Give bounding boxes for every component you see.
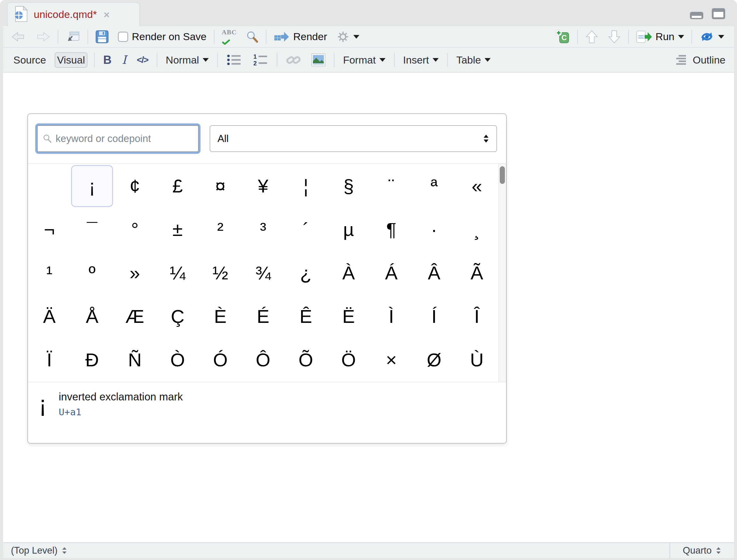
char-cell[interactable]: ¨ bbox=[370, 165, 412, 207]
back-button[interactable] bbox=[9, 29, 28, 44]
char-cell[interactable]: Á bbox=[370, 252, 412, 294]
char-cell[interactable]: ¡ bbox=[71, 165, 113, 207]
char-cell[interactable]: È bbox=[199, 296, 241, 337]
char-cell[interactable]: ¹ bbox=[28, 252, 70, 294]
char-cell[interactable]: ¥ bbox=[242, 165, 284, 207]
search-input[interactable] bbox=[56, 133, 193, 144]
char-cell[interactable]: ´ bbox=[285, 209, 327, 251]
image-button[interactable] bbox=[310, 52, 327, 67]
char-cell[interactable]: ² bbox=[199, 209, 241, 251]
outline-toggle[interactable]: Outline bbox=[676, 54, 725, 66]
char-cell[interactable]: Ï bbox=[28, 339, 70, 381]
char-cell[interactable]: ª bbox=[413, 165, 455, 207]
character-preview: ¡ inverted exclamation mark U+a1 bbox=[28, 382, 506, 443]
char-cell[interactable]: Ó bbox=[199, 339, 241, 381]
char-cell[interactable]: » bbox=[114, 252, 156, 294]
char-cell[interactable]: º bbox=[71, 252, 113, 294]
char-cell[interactable]: ¢ bbox=[114, 165, 156, 207]
run-button[interactable]: Run bbox=[634, 29, 686, 44]
char-cell[interactable]: Ø bbox=[413, 339, 455, 381]
language-mode-selector[interactable]: Quarto bbox=[670, 543, 734, 558]
char-cell[interactable]: ¸ bbox=[456, 209, 498, 251]
chevron-down-icon bbox=[353, 35, 360, 42]
go-previous-chunk-button[interactable] bbox=[583, 28, 600, 45]
chevron-down-icon bbox=[718, 35, 724, 42]
char-cell[interactable]: ° bbox=[114, 209, 156, 251]
char-cell[interactable] bbox=[28, 165, 70, 207]
unicode-search-box[interactable] bbox=[37, 125, 199, 152]
minimize-pane-icon[interactable] bbox=[690, 12, 704, 21]
char-cell[interactable]: ¤ bbox=[199, 165, 241, 207]
char-cell[interactable]: Ñ bbox=[114, 339, 156, 381]
numbered-list-button[interactable]: 1 2 bbox=[251, 52, 270, 67]
italic-button[interactable]: I bbox=[120, 52, 128, 68]
char-cell[interactable]: Æ bbox=[114, 296, 156, 337]
paragraph-style-dropdown[interactable]: Normal bbox=[164, 53, 211, 67]
char-cell[interactable]: Ã bbox=[456, 252, 498, 294]
category-select[interactable]: All bbox=[210, 125, 497, 152]
char-cell[interactable]: Ò bbox=[157, 339, 199, 381]
char-cell[interactable]: ¯ bbox=[71, 209, 113, 251]
code-button[interactable]: </> bbox=[135, 54, 150, 66]
svg-text:2: 2 bbox=[253, 60, 257, 66]
char-cell[interactable]: µ bbox=[328, 209, 369, 251]
insert-chunk-button[interactable]: C bbox=[553, 28, 572, 45]
insert-menu[interactable]: Insert bbox=[401, 53, 440, 67]
char-cell[interactable]: · bbox=[413, 209, 455, 251]
char-cell[interactable]: ¦ bbox=[285, 165, 327, 207]
bullet-list-button[interactable] bbox=[225, 52, 244, 67]
forward-button[interactable] bbox=[33, 29, 52, 44]
char-cell[interactable]: Í bbox=[413, 296, 455, 337]
char-cell[interactable]: £ bbox=[157, 165, 199, 207]
render-options-button[interactable] bbox=[335, 29, 361, 45]
char-cell[interactable]: Ì bbox=[370, 296, 412, 337]
find-replace-button[interactable] bbox=[244, 29, 260, 44]
open-in-new-window-button[interactable] bbox=[64, 29, 82, 45]
char-cell[interactable]: ½ bbox=[199, 252, 241, 294]
char-cell[interactable]: Ö bbox=[328, 339, 369, 381]
char-cell[interactable]: ¼ bbox=[157, 252, 199, 294]
rerun-button[interactable] bbox=[697, 29, 726, 45]
char-cell[interactable]: × bbox=[370, 339, 412, 381]
spellcheck-button[interactable]: ABC bbox=[220, 28, 239, 46]
char-cell[interactable]: ³ bbox=[242, 209, 284, 251]
char-cell[interactable]: Î bbox=[456, 296, 498, 337]
char-cell[interactable]: Ù bbox=[456, 339, 498, 381]
format-menu[interactable]: Format bbox=[341, 53, 387, 67]
char-cell[interactable]: Â bbox=[413, 252, 455, 294]
char-cell[interactable]: ¿ bbox=[285, 252, 327, 294]
separator bbox=[157, 53, 157, 67]
char-cell[interactable]: Ô bbox=[242, 339, 284, 381]
link-button[interactable] bbox=[284, 52, 303, 68]
char-cell[interactable]: Õ bbox=[285, 339, 327, 381]
maximize-pane-icon[interactable] bbox=[711, 8, 725, 21]
char-cell[interactable]: À bbox=[328, 252, 369, 294]
char-cell[interactable]: ¬ bbox=[28, 209, 70, 251]
tab-source[interactable]: Source bbox=[12, 53, 48, 67]
char-cell[interactable]: ± bbox=[157, 209, 199, 251]
scrollbar[interactable] bbox=[498, 164, 506, 382]
char-cell[interactable]: § bbox=[328, 165, 369, 207]
render-button[interactable]: Render bbox=[272, 29, 329, 44]
go-next-chunk-button[interactable] bbox=[606, 28, 623, 45]
char-cell[interactable]: Ä bbox=[28, 296, 70, 337]
checkbox-icon[interactable] bbox=[118, 32, 128, 42]
char-cell[interactable]: Ð bbox=[71, 339, 113, 381]
char-cell[interactable]: Ë bbox=[328, 296, 369, 337]
close-icon[interactable]: × bbox=[104, 9, 110, 20]
tab-unicode-qmd[interactable]: unicode.qmd* × bbox=[7, 2, 140, 26]
char-cell[interactable]: « bbox=[456, 165, 498, 207]
table-menu[interactable]: Table bbox=[454, 53, 492, 67]
save-button[interactable] bbox=[94, 29, 111, 45]
scope-selector[interactable]: (Top Level) bbox=[3, 543, 670, 558]
char-cell[interactable]: Å bbox=[71, 296, 113, 337]
char-cell[interactable]: ¶ bbox=[370, 209, 412, 251]
scrollbar-thumb[interactable] bbox=[500, 166, 505, 184]
char-cell[interactable]: É bbox=[242, 296, 284, 337]
char-cell[interactable]: ¾ bbox=[242, 252, 284, 294]
tab-visual[interactable]: Visual bbox=[55, 52, 88, 68]
render-on-save-checkbox[interactable]: Render on Save bbox=[116, 29, 208, 44]
char-cell[interactable]: Ç bbox=[157, 296, 199, 337]
char-cell[interactable]: Ê bbox=[285, 296, 327, 337]
bold-button[interactable]: B bbox=[102, 52, 113, 68]
